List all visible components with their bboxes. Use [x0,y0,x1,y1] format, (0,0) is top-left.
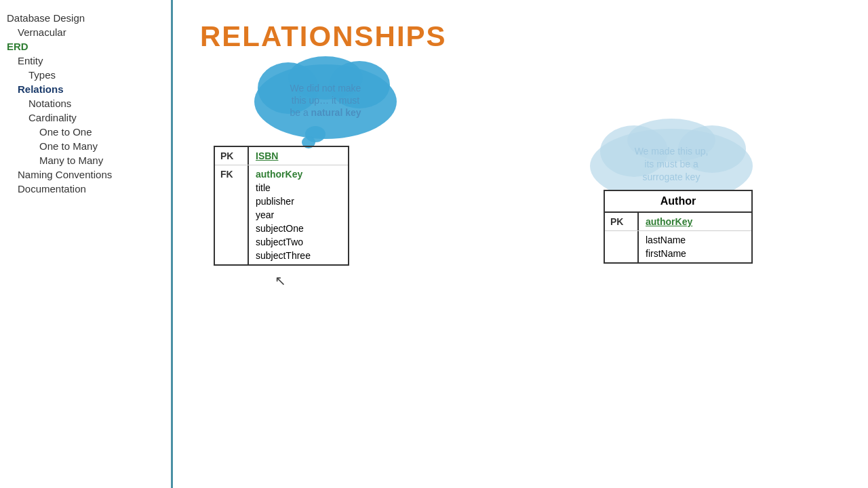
book-fields: authorKey title publisher year subjectOn… [249,165,348,264]
author-table-title: Author [605,191,751,213]
sidebar-item-one-to-one[interactable]: One to One [7,125,171,139]
isbn-value: ISBN [256,150,278,161]
page-title: RELATIONSHIPS [200,20,841,53]
book-table-container: PK ISBN FK authorKey title publisher yea… [214,146,349,266]
book-publisher: publisher [256,196,341,207]
sidebar-item-entity[interactable]: Entity [7,54,171,68]
svg-text:this up… it must: this up… it must [292,95,359,106]
book-table: PK ISBN FK authorKey title publisher yea… [214,146,349,266]
sidebar-item-many-to-many[interactable]: Many to Many [7,153,171,167]
author-empty-label [605,231,639,262]
sidebar-item-documentation[interactable]: Documentation [7,182,171,196]
svg-text:surrogate key: surrogate key [643,171,701,182]
author-fields: lastName firstName [639,231,751,262]
book-subject-three: subjectThree [256,250,341,261]
svg-text:its must be a: its must be a [644,159,698,169]
book-title: title [256,182,341,193]
book-author-key: authorKey [256,169,341,180]
author-table: Author PK authorKey lastName firstName [604,190,753,264]
sidebar-item-one-to-many[interactable]: One to Many [7,139,171,153]
sidebar-item-erd[interactable]: ERD [7,39,171,54]
book-table-fk-row: FK authorKey title publisher year subjec… [215,165,348,264]
author-pk-label: PK [605,213,639,230]
sidebar: Database Design Vernacular ERD Entity Ty… [0,0,173,488]
author-last-name: lastName [646,235,745,245]
author-fields-row: lastName firstName [605,231,751,262]
sidebar-item-relations[interactable]: Relations [7,82,171,96]
sidebar-item-database-design[interactable]: Database Design [7,11,171,25]
svg-text:We made this up,: We made this up, [635,146,709,157]
author-first-name: firstName [646,248,745,259]
author-table-container: Author PK authorKey lastName firstName [604,190,753,264]
author-pk-row: PK authorKey [605,213,751,231]
sidebar-item-notations[interactable]: Notations [7,96,171,110]
main-content: RELATIONSHIPS We did not make this up… i… [173,0,868,488]
sidebar-item-types[interactable]: Types [7,68,171,82]
author-key-value: authorKey [646,216,692,227]
book-table-pk-row: PK ISBN [215,147,348,165]
book-pk-label: PK [215,147,249,165]
cursor-indicator: ↖ [275,272,286,289]
author-pk-value: authorKey [639,213,751,230]
sidebar-item-vernacular[interactable]: Vernacular [7,25,171,39]
book-fk-label: FK [215,165,249,264]
sidebar-item-cardinality[interactable]: Cardinality [7,110,171,125]
svg-text:We did not make: We did not make [290,83,361,94]
book-isbn: ISBN [249,147,348,165]
sidebar-item-naming-conventions[interactable]: Naming Conventions [7,167,171,182]
book-subject-two: subjectTwo [256,237,341,247]
book-subject-one: subjectOne [256,223,341,234]
svg-text:be a natural key: be a natural key [290,107,361,118]
cloud-natural-key: We did not make this up… it must be a na… [248,54,403,142]
book-year: year [256,209,341,220]
